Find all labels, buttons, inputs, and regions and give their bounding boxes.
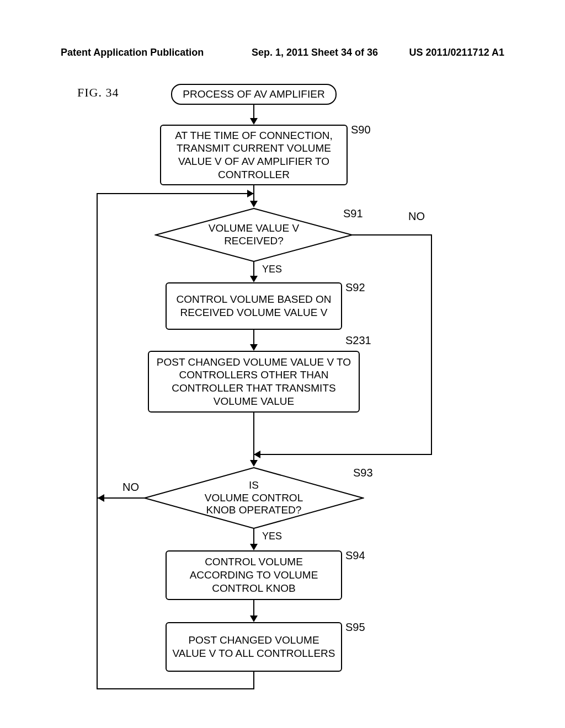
flow-step-s92-text: CONTROL VOLUME BASED ON RECEIVED VOLUME … — [172, 293, 335, 319]
flow-step-s231-text: POST CHANGED VOLUME VALUE V TO CONTROLLE… — [154, 356, 353, 408]
step-label-s94: S94 — [345, 549, 365, 562]
flow-decision-s91: VOLUME VALUE V RECEIVED? — [154, 207, 353, 263]
flow-start: PROCESS OF AV AMPLIFIER — [171, 84, 337, 105]
arrow-right-icon — [247, 190, 254, 197]
arrow-down-icon — [250, 544, 258, 550]
step-label-s92: S92 — [345, 281, 365, 294]
branch-yes-s93: YES — [262, 531, 282, 542]
step-label-s91: S91 — [343, 207, 363, 220]
flow-step-s90: AT THE TIME OF CONNECTION, TRANSMIT CURR… — [160, 125, 348, 185]
connector — [98, 497, 145, 499]
arrow-down-icon — [250, 615, 258, 622]
step-label-s90: S90 — [351, 124, 371, 136]
flow-decision-s91-text: VOLUME VALUE V RECEIVED? — [154, 207, 353, 263]
connector — [253, 672, 254, 689]
step-label-s231: S231 — [345, 334, 371, 347]
flow-decision-s93: IS VOLUME CONTROL KNOB OPERATED? — [143, 467, 364, 529]
flow-start-text: PROCESS OF AV AMPLIFIER — [183, 88, 324, 101]
flow-step-s94: CONTROL VOLUME ACCORDING TO VOLUME CONTR… — [166, 550, 342, 600]
arrow-down-icon — [250, 276, 258, 282]
flow-step-s92: CONTROL VOLUME BASED ON RECEIVED VOLUME … — [166, 282, 342, 330]
connector — [253, 600, 254, 617]
flow-decision-s93-text: IS VOLUME CONTROL KNOB OPERATED? — [143, 467, 364, 529]
connector — [253, 105, 254, 119]
connector — [253, 330, 254, 345]
header-left: Patent Application Publication — [61, 47, 204, 58]
arrow-down-icon — [250, 118, 258, 125]
connector — [254, 454, 432, 455]
flow-step-s231: POST CHANGED VOLUME VALUE V TO CONTROLLE… — [148, 351, 360, 413]
flow-step-s94-text: CONTROL VOLUME ACCORDING TO VOLUME CONTR… — [172, 555, 335, 595]
connector — [253, 261, 254, 277]
branch-no-s91: NO — [408, 210, 425, 223]
arrow-left-icon — [254, 451, 260, 458]
patent-header: Patent Application Publication Sep. 1, 2… — [0, 47, 565, 58]
connector — [97, 193, 254, 194]
step-label-s93: S93 — [353, 467, 373, 479]
connector — [253, 528, 254, 545]
arrow-down-icon — [250, 344, 258, 351]
connector — [97, 193, 98, 689]
connector — [431, 234, 432, 455]
flow-step-s95: POST CHANGED VOLUME VALUE V TO ALL CONTR… — [166, 622, 342, 672]
connector — [97, 688, 254, 689]
connector — [253, 413, 254, 461]
flow-step-s95-text: POST CHANGED VOLUME VALUE V TO ALL CONTR… — [172, 634, 335, 660]
connector — [352, 234, 432, 235]
step-label-s95: S95 — [345, 621, 365, 634]
header-mid: Sep. 1, 2011 Sheet 34 of 36 — [220, 47, 409, 58]
arrow-left-icon — [98, 494, 104, 502]
arrow-down-icon — [250, 460, 258, 467]
flow-step-s90-text: AT THE TIME OF CONNECTION, TRANSMIT CURR… — [167, 129, 341, 181]
flowchart: PROCESS OF AV AMPLIFIER AT THE TIME OF C… — [0, 77, 565, 717]
header-right: US 2011/0211712 A1 — [409, 47, 504, 58]
branch-no-s93: NO — [122, 481, 139, 494]
arrow-down-icon — [250, 201, 258, 207]
branch-yes-s91: YES — [262, 264, 282, 275]
